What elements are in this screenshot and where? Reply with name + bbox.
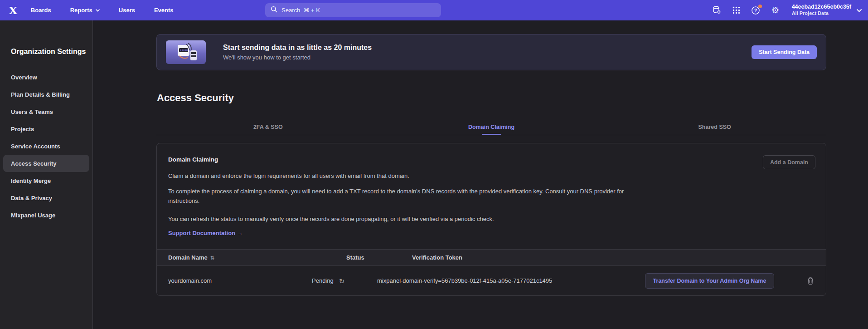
nav-item-users[interactable]: Users	[119, 7, 135, 14]
sidebar-item-users-teams[interactable]: Users & Teams	[0, 103, 92, 120]
data-management-icon[interactable]	[712, 5, 722, 15]
gear-icon[interactable]: ⚙	[771, 5, 781, 15]
sidebar-item-service-accounts[interactable]: Service Accounts	[0, 137, 92, 155]
status-cell: Pending ↻	[312, 266, 344, 296]
nav-item-events[interactable]: Events	[154, 7, 174, 14]
tab-shared-sso[interactable]: Shared SSO	[603, 119, 826, 135]
sidebar-item-projects[interactable]: Projects	[0, 120, 92, 137]
column-header-domain-name[interactable]: Domain Name ⇅	[168, 250, 214, 266]
sidebar-item-access-security[interactable]: Access Security	[3, 155, 89, 172]
status-text: Pending	[312, 266, 334, 296]
nav-menu: Boards Reports Users Events	[31, 7, 174, 14]
chevron-down-icon	[96, 9, 100, 12]
sidebar-item-data-privacy[interactable]: Data & Privacy	[0, 189, 92, 206]
nav-right-cluster: ? ⚙ 44eebad12c65eb0c35f All Project Data	[712, 0, 861, 20]
main-content: Start sending data in as little as 20 mi…	[93, 20, 868, 329]
org-scope: All Project Data	[792, 10, 851, 17]
verification-token-cell: mixpanel-domain-verify=567b39be-012f-415…	[377, 266, 552, 296]
domains-table-header: Domain Name ⇅ Status Verification Token	[157, 249, 826, 266]
org-id: 44eebad12c65eb0c35f	[792, 4, 851, 11]
mixpanel-logo-icon[interactable]: X	[9, 0, 17, 20]
support-documentation-link[interactable]: Support Documentation →	[168, 230, 243, 236]
sidebar-item-mixpanel-usage[interactable]: Mixpanel Usage	[0, 206, 92, 224]
page-title: Access Security	[157, 92, 234, 104]
org-switcher[interactable]: 44eebad12c65eb0c35f All Project Data	[792, 4, 861, 17]
column-header-verification-token: Verification Token	[412, 250, 462, 266]
transfer-domain-button[interactable]: Transfer Domain to Your Admin Org Name	[645, 273, 774, 289]
column-header-status: Status	[346, 250, 364, 266]
add-domain-button[interactable]: Add a Domain	[763, 155, 815, 169]
svg-text:?: ?	[754, 8, 757, 13]
banner-subtitle: We'll show you how to get started	[223, 54, 372, 61]
start-sending-data-button[interactable]: Start Sending Data	[752, 45, 817, 59]
sidebar-item-plan-details-billing[interactable]: Plan Details & Billing	[0, 86, 92, 103]
panel-description-3: You can refresh the status to manually v…	[168, 214, 494, 224]
help-icon[interactable]: ?	[751, 5, 761, 15]
table-row: yourdomain.com Pending ↻ mixpanel-domain…	[157, 266, 826, 296]
apps-grid-icon[interactable]	[732, 5, 742, 15]
sidebar-item-identity-merge[interactable]: Identity Merge	[0, 172, 92, 189]
sidebar-nav: Overview Plan Details & Billing Users & …	[0, 69, 92, 224]
search-input[interactable]	[281, 7, 436, 14]
domain-claiming-panel: Domain Claiming Add a Domain Claim a dom…	[156, 143, 826, 296]
nav-item-boards[interactable]: Boards	[31, 7, 51, 14]
notification-dot	[758, 5, 762, 8]
delete-domain-icon[interactable]	[807, 277, 814, 285]
refresh-icon[interactable]: ↻	[339, 278, 345, 285]
nav-item-reports[interactable]: Reports	[70, 7, 100, 14]
top-nav: X Boards Reports Users Events	[0, 0, 868, 20]
org-settings-sidebar: Organization Settings Overview Plan Deta…	[0, 20, 93, 329]
search-icon	[271, 6, 277, 15]
panel-heading: Domain Claiming	[168, 156, 218, 163]
banner-title: Start sending data in as little as 20 mi…	[223, 44, 372, 52]
domain-name-cell: yourdomain.com	[168, 266, 212, 296]
search-bar[interactable]	[265, 3, 441, 17]
sidebar-item-overview[interactable]: Overview	[0, 69, 92, 86]
access-security-tabs: 2FA & SSO Domain Claiming Shared SSO	[156, 119, 826, 135]
sort-icon[interactable]: ⇅	[210, 250, 214, 266]
panel-description-1: Claim a domain and enforce the login req…	[168, 171, 409, 181]
devices-illustration	[166, 40, 206, 64]
panel-description-2: To complete the process of claiming a do…	[168, 187, 624, 206]
tab-domain-claiming[interactable]: Domain Claiming	[380, 119, 603, 135]
sidebar-title: Organization Settings	[0, 20, 92, 56]
tab-2fa-sso[interactable]: 2FA & SSO	[156, 119, 380, 135]
chevron-down-icon	[857, 9, 861, 12]
onboarding-banner: Start sending data in as little as 20 mi…	[156, 34, 826, 70]
